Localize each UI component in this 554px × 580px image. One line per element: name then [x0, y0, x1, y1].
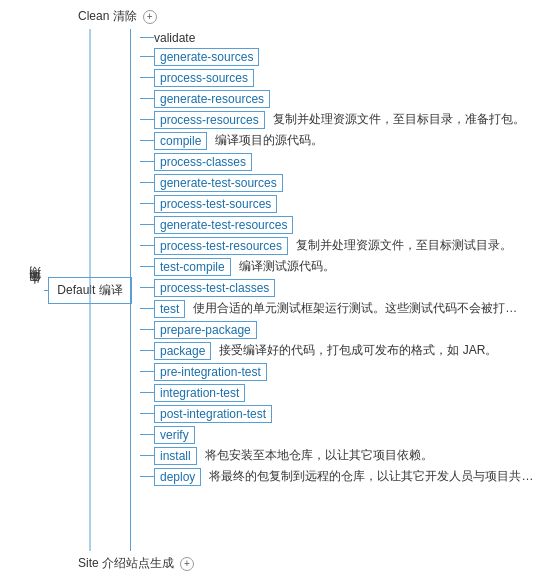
item-desc-compile: 编译项目的源代码。: [215, 132, 323, 149]
h-line-generate-test-sources: [140, 182, 154, 183]
item-label-test-compile[interactable]: test-compile: [154, 258, 231, 276]
tree-item-test: test使用合适的单元测试框架运行测试。这些测试代码不会被打包或部署。: [140, 300, 554, 318]
tree-item-generate-sources: generate-sources: [140, 48, 554, 66]
tree-item-generate-test-sources: generate-test-sources: [140, 174, 554, 192]
tree-item-process-test-classes: process-test-classes: [140, 279, 554, 297]
tree-item-generate-resources: generate-resources: [140, 90, 554, 108]
item-label-install[interactable]: install: [154, 447, 197, 465]
tree-item-generate-test-resources: generate-test-resources: [140, 216, 554, 234]
clean-section: Clean 清除 +: [0, 8, 554, 25]
item-label-generate-test-sources[interactable]: generate-test-sources: [154, 174, 283, 192]
item-label-validate: validate: [154, 31, 195, 45]
lifecycle-label-area: 生命周期: [0, 29, 50, 551]
item-desc-process-resources: 复制并处理资源文件，至目标目录，准备打包。: [273, 111, 525, 128]
main-layout: 生命周期 Default 编译 validategenerate-sources…: [0, 29, 554, 551]
h-line-install: [140, 455, 154, 456]
tree-item-pre-integration-test: pre-integration-test: [140, 363, 554, 381]
item-label-deploy[interactable]: deploy: [154, 468, 201, 486]
item-label-process-classes[interactable]: process-classes: [154, 153, 252, 171]
item-label-pre-integration-test[interactable]: pre-integration-test: [154, 363, 267, 381]
h-line-verify: [140, 434, 154, 435]
item-desc-deploy: 将最终的包复制到远程的仓库，以让其它开发人员与项目共享。: [209, 468, 539, 485]
item-label-process-test-resources[interactable]: process-test-resources: [154, 237, 288, 255]
h-line-post-integration-test: [140, 413, 154, 414]
h-line-test-compile: [140, 266, 154, 267]
item-label-generate-sources[interactable]: generate-sources: [154, 48, 259, 66]
h-line-deploy: [140, 476, 154, 477]
h-line-process-test-classes: [140, 287, 154, 288]
tree-item-package: package接受编译好的代码，打包成可发布的格式，如 JAR。: [140, 342, 554, 360]
item-label-process-resources[interactable]: process-resources: [154, 111, 265, 129]
item-label-compile[interactable]: compile: [154, 132, 207, 150]
item-desc-install: 将包安装至本地仓库，以让其它项目依赖。: [205, 447, 433, 464]
h-line-validate: [140, 37, 154, 38]
h-line-process-resources: [140, 119, 154, 120]
item-label-process-test-classes[interactable]: process-test-classes: [154, 279, 275, 297]
item-label-process-sources[interactable]: process-sources: [154, 69, 254, 87]
item-desc-test: 使用合适的单元测试框架运行测试。这些测试代码不会被打包或部署。: [193, 300, 523, 317]
item-label-generate-resources[interactable]: generate-resources: [154, 90, 270, 108]
tree-item-integration-test: integration-test: [140, 384, 554, 402]
tree-item-install: install将包安装至本地仓库，以让其它项目依赖。: [140, 447, 554, 465]
tree-item-compile: compile编译项目的源代码。: [140, 132, 554, 150]
default-box-area: Default 编译: [50, 29, 130, 551]
tree-item-prepare-package: prepare-package: [140, 321, 554, 339]
h-line-process-sources: [140, 77, 154, 78]
center-vertical-line: [90, 29, 91, 551]
lifecycle-label: 生命周期: [27, 286, 44, 294]
right-tree: validategenerate-sourcesprocess-sourcesg…: [130, 29, 554, 551]
tree-item-process-test-resources: process-test-resources复制并处理资源文件，至目标测试目录。: [140, 237, 554, 255]
item-label-post-integration-test[interactable]: post-integration-test: [154, 405, 272, 423]
tree-item-test-compile: test-compile编译测试源代码。: [140, 258, 554, 276]
tree-item-process-classes: process-classes: [140, 153, 554, 171]
h-line-process-classes: [140, 161, 154, 162]
h-line-pre-integration-test: [140, 371, 154, 372]
clean-plus-button[interactable]: +: [143, 10, 157, 24]
item-label-package[interactable]: package: [154, 342, 211, 360]
item-label-verify[interactable]: verify: [154, 426, 195, 444]
tree-item-process-test-sources: process-test-sources: [140, 195, 554, 213]
tree-item-process-resources: process-resources复制并处理资源文件，至目标目录，准备打包。: [140, 111, 554, 129]
item-label-generate-test-resources[interactable]: generate-test-resources: [154, 216, 293, 234]
item-label-test[interactable]: test: [154, 300, 185, 318]
tree-item-validate: validate: [140, 31, 554, 45]
h-line-integration-test: [140, 392, 154, 393]
site-label: Site 介绍站点生成: [78, 555, 174, 572]
item-label-integration-test[interactable]: integration-test: [154, 384, 245, 402]
main-container: Clean 清除 + 生命周期 Default 编译 validategener…: [0, 0, 554, 580]
h-line-generate-sources: [140, 56, 154, 57]
site-plus-button[interactable]: +: [180, 557, 194, 571]
item-desc-package: 接受编译好的代码，打包成可发布的格式，如 JAR。: [219, 342, 497, 359]
tree-item-verify: verify: [140, 426, 554, 444]
h-line-compile: [140, 140, 154, 141]
tree-item-post-integration-test: post-integration-test: [140, 405, 554, 423]
h-line-package: [140, 350, 154, 351]
h-line-generate-resources: [140, 98, 154, 99]
item-desc-process-test-resources: 复制并处理资源文件，至目标测试目录。: [296, 237, 512, 254]
item-label-prepare-package[interactable]: prepare-package: [154, 321, 257, 339]
h-line-test: [140, 308, 154, 309]
site-section: Site 介绍站点生成 +: [0, 555, 554, 572]
tree-item-process-sources: process-sources: [140, 69, 554, 87]
branch-line: [130, 29, 131, 551]
item-desc-test-compile: 编译测试源代码。: [239, 258, 335, 275]
h-line-process-test-sources: [140, 203, 154, 204]
clean-label: Clean 清除: [78, 8, 137, 25]
h-line-generate-test-resources: [140, 224, 154, 225]
h-line-prepare-package: [140, 329, 154, 330]
item-label-process-test-sources[interactable]: process-test-sources: [154, 195, 277, 213]
h-line-process-test-resources: [140, 245, 154, 246]
tree-item-deploy: deploy将最终的包复制到远程的仓库，以让其它开发人员与项目共享。: [140, 468, 554, 486]
